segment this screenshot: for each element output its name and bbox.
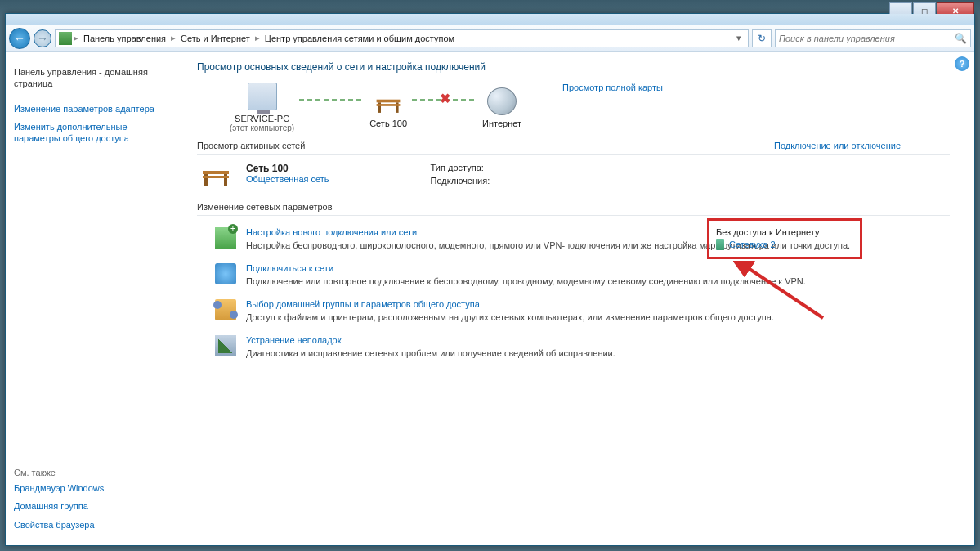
network-name: Сеть 100 bbox=[246, 163, 329, 174]
sidebar-home-link[interactable]: Панель управления - домашняя страница bbox=[14, 63, 168, 93]
task-link-connect[interactable]: Подключиться к сети bbox=[246, 263, 806, 273]
breadcrumb-dropdown[interactable]: ▾ bbox=[733, 33, 745, 43]
map-node-network: Сеть 100 bbox=[369, 87, 407, 128]
connect-disconnect-link[interactable]: Подключение или отключение bbox=[774, 141, 901, 150]
task-item: Выбор домашней группы и параметров общег… bbox=[215, 299, 950, 324]
task-link-troubleshoot[interactable]: Устранение неполадок bbox=[246, 335, 615, 345]
highlighted-annotation-box: Без доступа к Интернету Сетевуха 2 bbox=[707, 218, 862, 259]
svg-rect-3 bbox=[377, 104, 401, 106]
content-area: Просмотр основных сведений о сети и наст… bbox=[177, 52, 974, 545]
active-networks-label: Просмотр активных сетей bbox=[197, 141, 305, 150]
troubleshoot-icon bbox=[215, 335, 236, 356]
connect-network-icon bbox=[215, 263, 236, 284]
breadcrumb-item[interactable]: Панель управления bbox=[80, 34, 169, 43]
search-icon[interactable]: 🔍 bbox=[955, 33, 967, 44]
map-node-internet: Интернет bbox=[482, 87, 521, 128]
access-type-label: Тип доступа: bbox=[431, 163, 521, 172]
map-node-pc: SERVICE-PC (этот компьютер) bbox=[230, 83, 294, 132]
sidebar-link-advanced-sharing[interactable]: Изменить дополнительные параметры общего… bbox=[14, 118, 168, 148]
breadcrumb-item[interactable]: Центр управления сетями и общим доступом bbox=[262, 34, 458, 43]
map-broken-line bbox=[412, 99, 477, 101]
task-link-homegroup[interactable]: Выбор домашней группы и параметров общег… bbox=[246, 299, 774, 309]
bench-icon bbox=[197, 166, 235, 187]
adapter-icon bbox=[716, 239, 724, 250]
connection-link[interactable]: Сетевуха 2 bbox=[729, 240, 776, 249]
map-internet-label: Интернет bbox=[482, 119, 521, 128]
bench-icon bbox=[374, 87, 403, 115]
sidebar-link-adapter-settings[interactable]: Изменение параметров адаптера bbox=[14, 100, 168, 118]
task-desc: Доступ к файлам и принтерам, расположенн… bbox=[246, 311, 774, 324]
network-type-link[interactable]: Общественная сеть bbox=[246, 174, 329, 184]
breadcrumb-item[interactable]: Сеть и Интернет bbox=[177, 34, 253, 43]
see-also-label: См. также bbox=[14, 463, 168, 479]
active-network: Сеть 100 Общественная сеть Тип доступа: … bbox=[197, 163, 950, 187]
sidebar-link-firewall[interactable]: Брандмауэр Windows bbox=[14, 479, 168, 497]
new-connection-icon bbox=[215, 227, 236, 249]
breadcrumb[interactable]: ▸ Панель управления ▸ Сеть и Интернет ▸ … bbox=[55, 29, 749, 47]
page-title: Просмотр основных сведений о сети и наст… bbox=[197, 61, 950, 73]
change-settings-label: Изменение сетевых параметров bbox=[197, 202, 950, 212]
search-box[interactable]: 🔍 bbox=[775, 29, 971, 47]
computer-icon bbox=[248, 83, 277, 110]
sidebar-link-homegroup[interactable]: Домашняя группа bbox=[14, 497, 168, 515]
nav-back-button[interactable]: ← bbox=[9, 28, 30, 49]
task-item: Подключиться к сети Подключение или повт… bbox=[215, 263, 950, 288]
homegroup-icon bbox=[215, 299, 236, 320]
map-pc-name: SERVICE-PC bbox=[230, 114, 294, 123]
search-input[interactable] bbox=[779, 34, 955, 43]
access-value: Без доступа к Интернету bbox=[716, 227, 820, 237]
navigation-bar: ← → ▸ Панель управления ▸ Сеть и Интерне… bbox=[6, 25, 974, 52]
map-pc-sub: (этот компьютер) bbox=[230, 123, 294, 132]
explorer-window: _ ◻ ✕ ← → ▸ Панель управления ▸ Сеть и И… bbox=[5, 13, 975, 546]
control-panel-icon bbox=[59, 32, 72, 45]
network-map: SERVICE-PC (этот компьютер) Сеть 100 Инт… bbox=[230, 83, 521, 132]
svg-rect-7 bbox=[203, 176, 229, 178]
task-item: Устранение неполадок Диагностика и испра… bbox=[215, 335, 950, 360]
map-connection-line bbox=[299, 99, 365, 101]
nav-forward-button[interactable]: → bbox=[34, 29, 51, 47]
full-map-link[interactable]: Просмотр полной карты bbox=[562, 83, 663, 92]
refresh-button[interactable]: ↻ bbox=[752, 29, 772, 47]
svg-rect-0 bbox=[377, 99, 401, 102]
task-desc: Подключение или повторное подключение к … bbox=[246, 276, 806, 288]
task-desc: Диагностика и исправление сетевых пробле… bbox=[246, 347, 615, 360]
sidebar-link-internet-options[interactable]: Свойства браузера bbox=[14, 516, 168, 534]
titlebar[interactable] bbox=[6, 14, 974, 25]
map-network-name: Сеть 100 bbox=[369, 119, 407, 128]
svg-rect-4 bbox=[203, 171, 229, 174]
sidebar: Панель управления - домашняя страница Из… bbox=[6, 52, 177, 545]
globe-icon bbox=[487, 87, 517, 115]
connections-label: Подключения: bbox=[431, 176, 521, 186]
